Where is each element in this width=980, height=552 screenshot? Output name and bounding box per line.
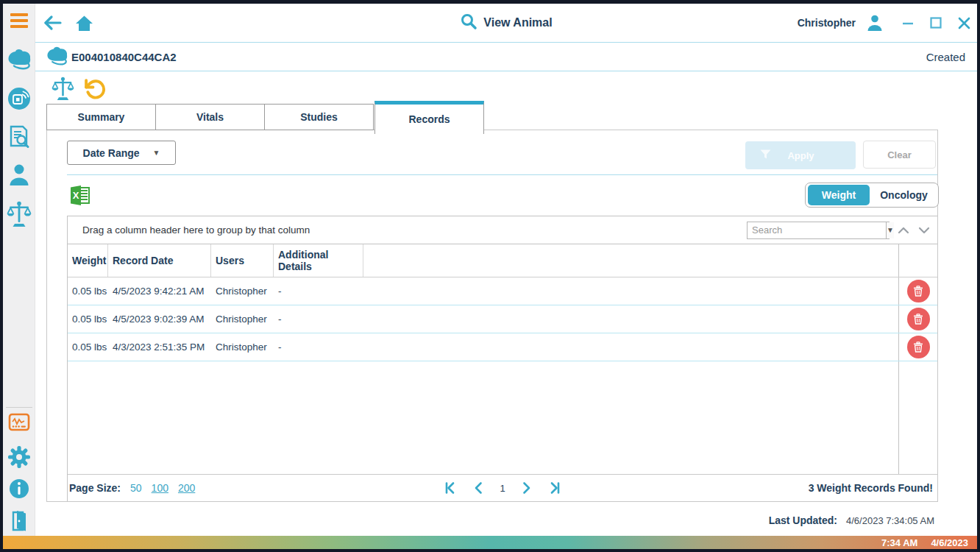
last-updated-value: 4/6/2023 7:34:05 AM	[846, 515, 934, 526]
column-header-users[interactable]: Users	[211, 244, 274, 277]
record-type-toggle: Weight Oncology	[805, 183, 939, 208]
cell-users: Christopher	[211, 305, 274, 333]
balance-scale-icon	[7, 201, 32, 230]
search-next-button[interactable]	[918, 227, 930, 234]
undo-action-button[interactable]	[83, 77, 106, 101]
table-row[interactable]: 0.05 lbs 4/3/2023 2:51:35 PM Christopher…	[68, 333, 937, 361]
document-search-icon	[7, 125, 31, 152]
cell-weight: 0.05 lbs	[68, 305, 108, 333]
column-header-spacer	[363, 244, 898, 277]
column-header-additional-details[interactable]: Additional Details	[274, 244, 363, 277]
animal-status: Created	[926, 51, 965, 63]
delete-record-button[interactable]	[907, 308, 930, 330]
excel-export-button[interactable]: X	[71, 185, 90, 205]
records-panel: Date Range ▼ Apply Clear	[46, 130, 938, 502]
search-icon	[460, 13, 477, 33]
next-page-button[interactable]	[522, 481, 532, 495]
sidebar-divider	[6, 407, 32, 408]
user-name: Christopher	[798, 17, 856, 29]
prev-page-button[interactable]	[473, 481, 483, 495]
chevron-down-icon: ▼	[153, 149, 160, 157]
chevron-down-icon: ▼	[887, 226, 894, 234]
weigh-action-button[interactable]	[52, 77, 74, 101]
date-range-dropdown[interactable]: Date Range ▼	[67, 141, 176, 165]
last-updated-label: Last Updated:	[769, 514, 837, 526]
last-updated: Last Updated: 4/6/2023 7:34:05 AM	[769, 514, 934, 526]
tab-studies[interactable]: Studies	[264, 104, 374, 130]
table-row[interactable]: 0.05 lbs 4/5/2023 9:42:21 AM Christopher…	[68, 277, 937, 305]
search-input[interactable]	[748, 222, 886, 238]
records-found-text: 3 Weight Records Found!	[809, 482, 933, 494]
sidebar-item-users[interactable]	[3, 163, 35, 190]
title-bar: View Animal Christopher	[35, 4, 977, 43]
info-icon	[9, 478, 29, 502]
apply-filter-button[interactable]: Apply	[745, 141, 856, 169]
cell-weight: 0.05 lbs	[68, 333, 108, 361]
delete-record-button[interactable]	[907, 336, 930, 358]
maximize-button[interactable]	[929, 16, 942, 29]
sidebar-item-monitor[interactable]	[3, 413, 35, 436]
cell-additional-details: -	[274, 277, 363, 305]
sidebar-item-reports[interactable]	[3, 125, 35, 152]
person-icon	[8, 163, 30, 190]
sidebar	[3, 4, 35, 536]
search-options-dropdown[interactable]: ▼	[886, 222, 894, 238]
sidebar-item-rfid[interactable]	[3, 87, 35, 113]
status-time: 7:34 AM	[881, 537, 917, 548]
tab-summary[interactable]: Summary	[46, 104, 156, 130]
first-page-button[interactable]	[444, 481, 457, 495]
mouse-icon	[7, 48, 32, 73]
group-by-hint: Drag a column header here to group by th…	[82, 224, 310, 236]
sidebar-item-animals[interactable]	[3, 48, 35, 73]
grid-pager: Page Size: 50 100 200	[68, 474, 937, 501]
door-exit-icon	[10, 510, 28, 535]
table-row[interactable]: 0.05 lbs 4/5/2023 9:02:39 AM Christopher…	[68, 305, 937, 333]
current-page-number: 1	[500, 483, 505, 494]
cell-additional-details: -	[274, 333, 363, 361]
cell-record-date: 4/5/2023 9:02:39 AM	[108, 305, 211, 333]
animal-id: E004010840C44CA2	[71, 51, 177, 63]
group-by-bar: Drag a column header here to group by th…	[68, 216, 937, 244]
user-avatar-icon[interactable]	[866, 14, 884, 32]
status-bar: 7:34 AM 4/6/2023	[3, 536, 977, 549]
delete-record-button[interactable]	[907, 280, 930, 302]
tab-records[interactable]: Records	[374, 101, 484, 134]
column-header-weight[interactable]: Weight	[68, 244, 108, 277]
cell-record-date: 4/5/2023 9:42:21 AM	[108, 277, 211, 305]
toggle-weight[interactable]: Weight	[808, 185, 870, 205]
mouse-icon	[46, 46, 68, 68]
grid-header-row: Weight Record Date Users Additional Deta…	[68, 244, 937, 277]
column-header-record-date[interactable]: Record Date	[108, 244, 211, 277]
last-page-button[interactable]	[548, 481, 561, 495]
toggle-oncology[interactable]: Oncology	[870, 189, 938, 201]
sidebar-item-exit[interactable]	[3, 510, 35, 535]
animal-header-bar: E004010840C44CA2 Created	[35, 43, 977, 71]
status-date: 4/6/2023	[931, 537, 968, 548]
filter-divider	[67, 174, 937, 175]
sidebar-item-weights[interactable]	[3, 201, 35, 230]
minimize-button[interactable]	[901, 16, 915, 29]
grid-empty-area	[68, 361, 937, 474]
cell-additional-details: -	[274, 305, 363, 333]
sidebar-item-settings[interactable]	[3, 445, 35, 472]
app-surface: View Animal Christopher	[3, 4, 977, 536]
page-title: View Animal	[483, 16, 552, 29]
search-prev-button[interactable]	[898, 227, 909, 234]
sidebar-item-info[interactable]	[3, 478, 35, 502]
close-button[interactable]	[957, 16, 971, 30]
cell-users: Christopher	[211, 277, 274, 305]
rfid-chip-icon	[7, 87, 31, 113]
app-window: View Animal Christopher	[0, 0, 980, 552]
filter-funnel-icon	[760, 149, 771, 162]
home-button[interactable]	[75, 15, 93, 32]
column-header-actions	[898, 244, 937, 277]
weight-records-grid: Drag a column header here to group by th…	[67, 216, 937, 501]
back-button[interactable]	[43, 15, 62, 31]
gear-icon	[7, 445, 31, 472]
tab-vitals[interactable]: Vitals	[155, 104, 265, 130]
cell-weight: 0.05 lbs	[68, 277, 108, 305]
cell-record-date: 4/3/2023 2:51:35 PM	[108, 333, 211, 361]
grid-search: ▼	[747, 222, 890, 239]
menu-hamburger-icon[interactable]	[3, 13, 35, 28]
clear-filter-button[interactable]: Clear	[863, 141, 936, 169]
